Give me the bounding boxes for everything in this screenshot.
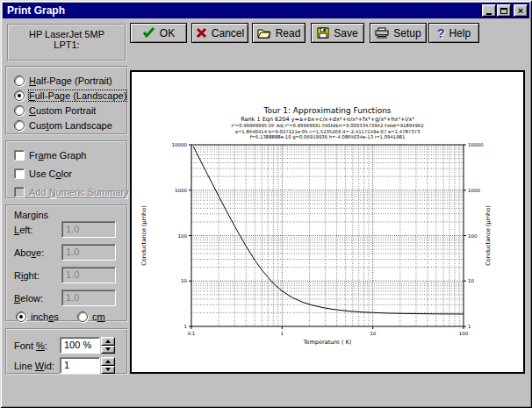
down-arrow-icon [105, 347, 111, 351]
spin-down-button[interactable] [101, 366, 115, 375]
checkbox-box [14, 150, 25, 161]
margin-above-field: 1.0 [61, 244, 116, 261]
margins-group: Margins Left: 1.0 Above: 1.0 Right: 1.0 … [5, 204, 128, 322]
svg-text:Conductance (µmho): Conductance (µmho) [140, 205, 147, 265]
line-width-spinner[interactable] [101, 357, 115, 374]
svg-text:100: 100 [178, 233, 188, 239]
line-width-field[interactable]: 1 [60, 357, 100, 374]
close-button[interactable]: × [514, 4, 528, 17]
radio-half-page-portrait[interactable]: Half-Page (Portrait) [14, 75, 112, 87]
margin-left-label: Left: [14, 225, 32, 235]
read-label: Read [276, 27, 301, 39]
svg-text:f=6.1388888e-10 g=0.06919936 h: f=6.1388888e-10 g=0.06919936 h=-4.086503… [250, 134, 406, 140]
print-graph-dialog: Print Graph × HP LaserJet 5MP LPT1: OK C… [0, 0, 532, 408]
checkbox-box [14, 168, 25, 179]
cancel-label: Cancel [212, 27, 244, 39]
up-arrow-icon [105, 340, 111, 343]
svg-text:Tour 1: Approximating Function: Tour 1: Approximating Functions [262, 106, 391, 115]
help-button[interactable]: ? Help [428, 23, 479, 43]
font-percent-spinner[interactable] [101, 337, 115, 354]
margin-above-label: Above: [14, 247, 44, 258]
radio-label: Half-Page (Portrait) [29, 75, 112, 86]
checkbox-label: Frame Graph [29, 150, 86, 161]
checkbox-add-numeric-summary: Add Numeric Summary [14, 186, 129, 198]
spin-up-button[interactable] [101, 337, 115, 346]
svg-text:10: 10 [181, 278, 187, 283]
help-question-icon: ? [437, 26, 445, 40]
down-arrow-icon [105, 368, 111, 371]
margin-left-field: 1.0 [61, 221, 116, 238]
printer-name: HP LaserJet 5MP [9, 29, 125, 39]
printer-info-box: HP LaserJet 5MP LPT1: [7, 24, 126, 61]
radio-label: Custom Portrait [29, 105, 96, 116]
radio-circle [16, 311, 26, 322]
checkbox-box [14, 187, 25, 197]
ok-button[interactable]: OK [130, 23, 187, 43]
setup-label: Setup [393, 27, 421, 39]
font-percent-label: Font %: [14, 340, 47, 351]
radio-custom-portrait[interactable]: Custom Portrait [14, 104, 96, 117]
svg-text:Rank 1 Eqn 6204 y=a+bx+c/x+d: Rank 1 Eqn 6204 y=a+bx+c/x+dx²+e/x²+fx³+… [241, 116, 414, 123]
svg-text:1: 1 [184, 324, 188, 329]
cancel-button[interactable]: Cancel [191, 23, 248, 43]
radio-cm[interactable]: cm [77, 311, 105, 323]
graph-options-group: Frame Graph Use Color Add Numeric Summar… [5, 140, 128, 199]
svg-text:100: 100 [459, 331, 469, 336]
window-title: Print Graph [7, 4, 65, 17]
graph-svg: Tour 1: Approximating FunctionsRank 1 Eq… [132, 72, 523, 372]
svg-text:1000: 1000 [468, 188, 480, 193]
spin-up-button[interactable] [101, 357, 115, 366]
printer-port: LPT1: [9, 39, 125, 50]
minimize-button[interactable] [482, 4, 496, 17]
checkbox-label: Use Color [29, 168, 72, 179]
setup-button[interactable]: Setup [370, 23, 427, 43]
maximize-button[interactable] [497, 4, 511, 17]
up-arrow-icon [105, 360, 111, 363]
margin-below-label: Below: [14, 293, 43, 304]
read-button[interactable]: Read [252, 23, 306, 43]
save-label: Save [334, 27, 357, 39]
ok-check-icon [142, 27, 155, 39]
svg-text:10: 10 [370, 331, 376, 336]
checkbox-use-color[interactable]: Use Color [14, 168, 72, 180]
minimize-icon [486, 13, 492, 15]
svg-text:1000: 1000 [175, 188, 187, 193]
checkbox-frame-graph[interactable]: Frame Graph [14, 149, 86, 161]
maximize-icon [500, 8, 507, 14]
help-label: Help [449, 27, 471, 39]
close-icon: × [518, 6, 523, 15]
svg-text:a=1.8440414 b=9.027221e-05 c=1: a=1.8440414 b=9.027221e-05 c=1.5235269 d… [235, 129, 421, 134]
checkbox-label: Add Numeric Summary [29, 187, 129, 197]
svg-text:Conductance (µmho): Conductance (µmho) [485, 205, 492, 265]
radio-circle [14, 120, 25, 131]
svg-text:10: 10 [468, 278, 474, 283]
svg-text:1: 1 [468, 324, 471, 329]
save-button[interactable]: Save [311, 23, 364, 43]
scaling-group: Font %: 100 % Line Wid: 1 [5, 328, 128, 375]
svg-text:100: 100 [468, 233, 478, 239]
radio-circle [77, 311, 88, 322]
svg-text:1: 1 [281, 331, 284, 336]
spin-down-button[interactable] [101, 346, 115, 354]
radio-label: inches [31, 311, 59, 322]
radio-full-page-landscape[interactable]: Full-Page (Landscape) [14, 89, 126, 102]
svg-text:10000: 10000 [468, 142, 484, 147]
svg-text:Temperature ( K): Temperature ( K) [303, 339, 352, 346]
radio-custom-landscape[interactable]: Custom Landscape [14, 119, 112, 132]
radio-label: cm [92, 311, 105, 322]
radio-inches[interactable]: inches [16, 311, 59, 323]
print-preview-page: Tour 1: Approximating FunctionsRank 1 Eq… [130, 70, 525, 374]
font-percent-field[interactable]: 100 % [60, 337, 100, 354]
open-folder-icon [257, 27, 271, 39]
margin-right-field: 1.0 [61, 267, 116, 283]
ok-label: OK [160, 27, 175, 39]
margins-title: Margins [14, 210, 48, 220]
cancel-x-icon [196, 27, 207, 39]
radio-circle [14, 105, 25, 116]
margin-right-label: Right: [14, 270, 40, 281]
line-width-label: Line Wid: [14, 361, 54, 371]
radio-label: Full-Page (Landscape) [29, 90, 126, 101]
floppy-disk-icon [317, 27, 329, 39]
radio-circle [14, 90, 25, 101]
margin-below-field: 1.0 [61, 290, 116, 306]
